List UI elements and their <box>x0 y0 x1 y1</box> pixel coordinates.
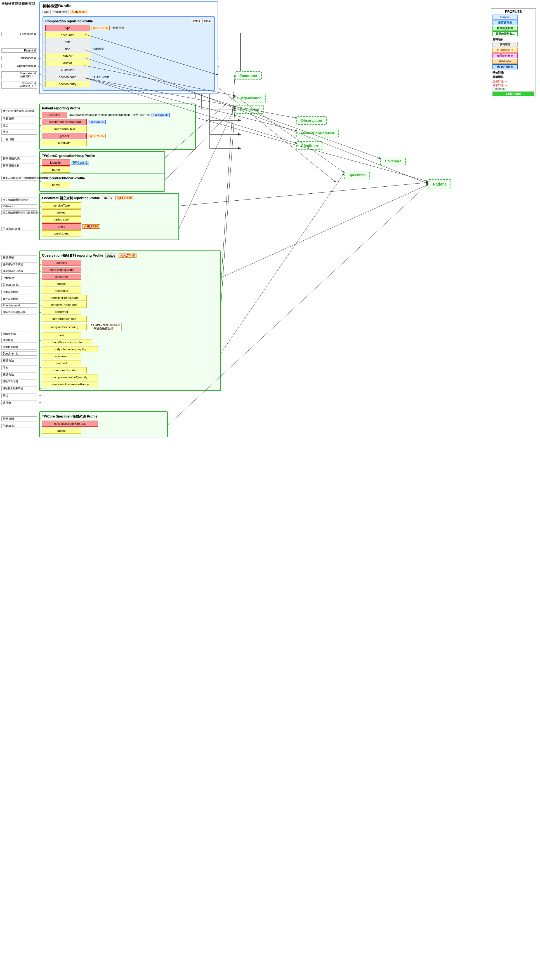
legend-arrow-ref: Reference → <box>492 88 534 91</box>
legend-title: PROFILES <box>492 10 534 14</box>
date-field: date <box>45 39 90 45</box>
title-annotation: =檢驗檢查 <box>92 47 105 51</box>
arrow-enc-id: → <box>38 32 42 37</box>
pract-profile-box: TWCorePractitioner Profile name <box>39 173 165 192</box>
bundle-title-text: 檢驗檢查Bundle <box>43 4 71 9</box>
bundle-box: 檢驗檢查Bundle type =document 🔥 HL7 FHIR Com… <box>39 2 218 94</box>
gender-fhir: FHIR <box>98 135 104 138</box>
patient-medrecord-twcore: TW Core IG <box>88 120 106 124</box>
arrow-obs-effstart: → <box>38 290 42 294</box>
obs-specimen-row: specimen <box>42 353 218 359</box>
label-bodydesc-box: 檢體類別說明 <box>2 345 37 350</box>
encounter-field: encounter <box>45 32 90 38</box>
comp-field-subject: subject <box>45 53 212 59</box>
obs-code-coding-field: code.coding.code <box>42 267 81 273</box>
arrow-obs-pat: → <box>38 276 42 280</box>
enc-period-row: period.start <box>42 216 176 223</box>
label-obs-id: 檢驗單號 <box>2 255 37 260</box>
obs-effstart-row: effectivePeriod.start <box>42 295 218 301</box>
legend-arrow-main: 主要對應 → <box>492 80 534 83</box>
legend-adj-box: 因FHIR而調整 <box>492 64 518 69</box>
label-org-code: 醫事機構代碼 <box>2 156 37 161</box>
comp-field-custodian: custodian <box>45 67 212 73</box>
svg-line-18 <box>221 185 428 278</box>
patient-profile-title: Patient reporting Profile <box>42 107 193 110</box>
arrow-obs-id: → <box>38 255 42 260</box>
label-compvalue-box: 檢驗報告結果單值 <box>2 386 37 391</box>
arrow-enc-pract: → <box>38 227 42 231</box>
composition-title: Composition reporting Profile <box>45 19 93 23</box>
label-unit-box: 單位 <box>2 393 37 398</box>
class-hl7: HL7 <box>87 225 92 228</box>
arrow-obs-effend: → <box>38 297 42 301</box>
label-nhisname-box: 健保檢驗項目名稱 <box>2 269 37 274</box>
arrow-obs-interp: → <box>38 310 42 315</box>
type-fire: 🔥 <box>92 27 96 30</box>
label-obs-result: 檢驗項目與報告結果 <box>2 310 37 315</box>
composition-status: status =final <box>191 19 212 23</box>
arrow-pat-idcard: → <box>38 108 42 113</box>
enc-servicetype-row: serviceType <box>42 202 176 208</box>
comp-field-date: date <box>45 39 212 45</box>
bundle-title: 檢驗檢查Bundle <box>43 4 215 9</box>
label-nhiscode-box: 健保檢驗項目代號 <box>2 262 37 267</box>
comp-field-title: title =檢驗檢查 <box>45 46 212 52</box>
label-encpract-box: Practitioner id <box>2 227 37 231</box>
legend-ref-data2: 參照的資料集... <box>492 31 534 37</box>
patient-birthdate-field: birthDate <box>42 140 87 146</box>
obs-performer-row: performer <box>42 309 218 315</box>
spec-bodysite-field: collection.bodySite.text <box>42 421 98 427</box>
bundle-fhir: FHIR <box>80 10 87 13</box>
label-receive-date: 收件日期時間 <box>2 297 37 301</box>
patient-gender-row: gender 🔥 HL7 FHIR <box>42 133 193 139</box>
gender-hl7: HL7 <box>92 135 98 138</box>
label-org-name: 醫事機構名稱 <box>2 163 37 168</box>
arrow-obs-performer: → <box>38 303 42 308</box>
obs-comp-ref-field: component.referenceRange <box>42 381 98 387</box>
main-container: 檢驗檢查遵循範例模型 PROFILES Bundle 主要資料集 參照的資料集 … <box>0 0 540 980</box>
patient-birthdate-row: birthDate <box>42 140 193 146</box>
label-patient-id: Patient id <box>2 48 37 52</box>
ref-organization: Organization <box>235 94 266 102</box>
bundle-hl7: HL7 <box>75 10 80 13</box>
obs-bodysite-code-row: bodySite.coding.code <box>42 339 218 345</box>
bundle-type-value: =document <box>52 10 68 14</box>
spec-subject-row: subject <box>42 428 165 434</box>
ref-patient: Patient <box>428 179 451 189</box>
enc-class-field: class <box>42 223 81 229</box>
arrow-obs-bodydisp: → <box>38 345 42 349</box>
arrow-enc-period: → <box>38 211 42 216</box>
legend-main-box: 主要資料集 <box>492 20 518 25</box>
label-obs-encounter: Encounter id <box>2 283 37 287</box>
obs-note-field: note <box>42 332 81 338</box>
legend-fhir-adjust: 因FHIR而調整 <box>492 64 534 69</box>
comp-field-encounter: encounter <box>45 32 212 38</box>
obs-interp-text-field: interpretation.text <box>42 316 87 322</box>
section-code-field: section.code <box>45 74 90 80</box>
legend-id-box: 使用identifier <box>492 53 518 58</box>
pract-title: TWCorePractitioner Profile <box>42 176 162 180</box>
label-body-type: 檢體類別 <box>2 338 37 343</box>
legend-vs-box: 用ValueSet <box>492 59 518 64</box>
obs-interp-coding-row: interpretation.coding = LOINC code 30954… <box>42 323 218 331</box>
bundle-type-row: type =document 🔥 HL7 FHIR <box>43 10 215 14</box>
label-birth-box: 出生日期 <box>2 137 37 142</box>
obs-loinc-note: = LOINC code 30954-2（異驗複檢查記錄） <box>89 323 122 331</box>
obs-bodysite-disp-row: bodySite.coding.display <box>42 346 218 352</box>
type-hl7: HL7 <box>97 27 102 30</box>
label-spec-patient: Patient id <box>2 424 37 428</box>
org-identifier-field: identifier <box>42 159 70 165</box>
label-name-box: 姓名 <box>2 123 37 128</box>
label-obsresult-box: 檢驗項目與報告結果 <box>2 310 37 315</box>
page-title: 檢驗檢查遵循範例模型 <box>2 2 35 6</box>
legend-fhir-item: FHIR資料項目 <box>492 48 534 52</box>
legend-valueset: 用ValueSet <box>492 59 534 64</box>
legend-main-data: 主要資料集 <box>492 20 534 25</box>
label-spec-box: Specimen id(檢體來源) 1..* <box>2 81 37 89</box>
arrow-obs-id: → <box>38 72 42 77</box>
ref-specimen: Specimen <box>344 171 370 180</box>
comp-field-section-entry: section.entry <box>45 81 212 87</box>
ref-coverage: Coverage <box>380 157 406 165</box>
composition-header: Composition reporting Profile status =fi… <box>45 19 212 23</box>
obs-comp-code-row: component.code <box>42 367 218 373</box>
